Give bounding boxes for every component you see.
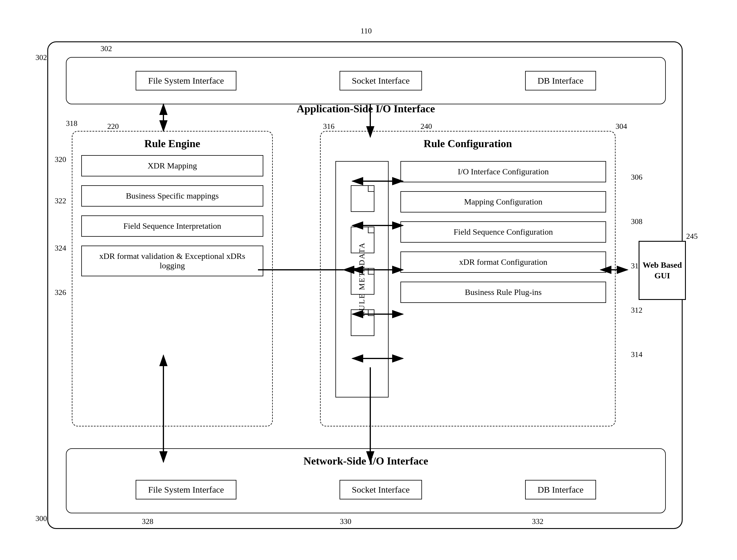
label-110: 110	[361, 27, 372, 35]
web-gui-label: Web Based GUI	[639, 260, 685, 281]
rule-config-box: Rule Configuration 306 308 310 312 314	[320, 131, 616, 426]
rule-metadata-text: RULE METADATA	[358, 242, 366, 316]
label-306: 306	[631, 173, 642, 182]
label-240: 240	[421, 122, 432, 131]
rule-config-title: Rule Configuration	[321, 137, 615, 150]
label-308: 308	[631, 217, 642, 226]
label-330: 330	[340, 517, 351, 526]
label-314: 314	[631, 350, 642, 359]
label-322: 322	[55, 197, 66, 205]
rule-engine-title: Rule Engine	[72, 137, 272, 150]
app-interface-row: File System Interface Socket Interface D…	[66, 58, 665, 104]
rule-item-xdr-validation: xDR format validation & Exceptional xDRs…	[81, 246, 263, 276]
label-316: 316	[323, 122, 335, 131]
config-item-xdr-format: xDR format Configuration	[400, 251, 606, 273]
config-items: I/O Interface Configuration Mapping Conf…	[400, 161, 606, 312]
net-file-system-interface: File System Interface	[136, 480, 236, 499]
rule-item-xdr-mapping: XDR Mapping	[81, 155, 263, 176]
label-318: 318	[66, 119, 77, 128]
network-side-label: Network-Side I/O Interface	[66, 455, 665, 467]
label-326: 326	[55, 288, 66, 297]
label-332: 332	[532, 517, 543, 526]
net-db-interface: DB Interface	[525, 480, 596, 499]
label-220: 220	[107, 122, 119, 131]
label-328: 328	[142, 517, 153, 526]
label-302-out: 302	[35, 53, 47, 62]
app-file-system-interface: File System Interface	[136, 71, 236, 90]
web-gui-box: Web Based GUI	[639, 241, 686, 300]
rule-metadata-box: RULE METADATA	[335, 161, 389, 397]
app-side-label: Application-Side I/O Interface	[66, 103, 665, 115]
network-side-box: Network-Side I/O Interface File System I…	[66, 448, 666, 513]
label-300: 300	[35, 514, 47, 523]
rule-engine-items: XDR Mapping Business Specific mappings F…	[81, 155, 263, 285]
app-side-box: File System Interface Socket Interface D…	[66, 57, 666, 104]
net-socket-interface: Socket Interface	[340, 480, 422, 499]
config-item-business-rule: Business Rule Plug-ins	[400, 282, 606, 303]
rule-item-business: Business Specific mappings	[81, 185, 263, 207]
outer-box: File System Interface Socket Interface D…	[47, 41, 683, 529]
label-304: 304	[616, 122, 627, 131]
rule-engine-box: Rule Engine XDR Mapping Business Specifi…	[72, 131, 273, 426]
middle-section: 318 220 316 240 304 Rule Engine XDR Mapp…	[66, 119, 666, 491]
label-312: 312	[631, 306, 642, 315]
rule-item-field-seq: Field Sequence Interpretation	[81, 215, 263, 237]
diagram-root: 110 302 File System Interface Socket Int…	[30, 18, 703, 544]
config-item-field-seq: Field Sequence Configuration	[400, 221, 606, 243]
config-item-io: I/O Interface Configuration	[400, 161, 606, 182]
label-324: 324	[55, 244, 66, 253]
label-245: 245	[686, 232, 698, 241]
app-db-interface: DB Interface	[525, 71, 596, 90]
label-320: 320	[55, 155, 66, 164]
app-socket-interface: Socket Interface	[340, 71, 422, 90]
config-item-mapping: Mapping Configuration	[400, 191, 606, 212]
